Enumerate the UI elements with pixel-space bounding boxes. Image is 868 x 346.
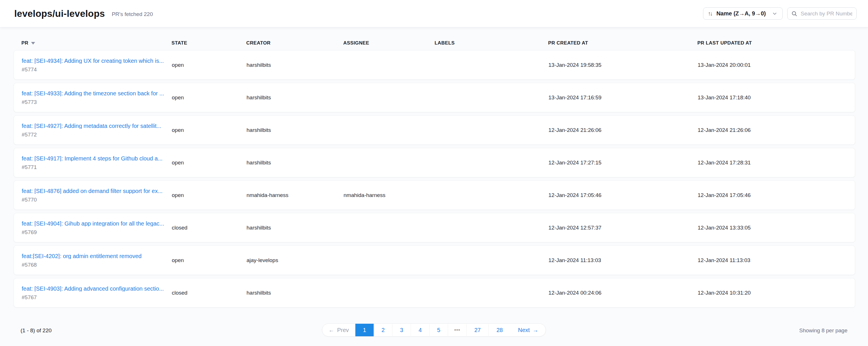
pr-creator: harshilbits: [247, 94, 344, 101]
chevron-down-icon: [772, 11, 777, 16]
pr-creator: harshilbits: [247, 225, 344, 231]
pr-cell: feat: [SEI-4934]: Adding UX for creating…: [22, 58, 172, 72]
column-header-state: STATE: [172, 40, 246, 46]
column-header-labels: LABELS: [435, 40, 548, 46]
pr-row: feat: [SEI-4934]: Adding UX for creating…: [14, 50, 855, 80]
search-container: [787, 7, 857, 20]
pr-state: open: [172, 127, 247, 133]
left-arrow-icon: ←: [329, 327, 334, 334]
pagination: ← Prev 12345•••2728 Next →: [322, 323, 546, 337]
pr-row: feat: [SEI-4917]: Implement 4 steps for …: [14, 148, 855, 177]
pr-title-link[interactable]: feat: [SEI-4934]: Adding UX for creating…: [22, 58, 166, 64]
pr-last-updated-at: 12-Jan-2024 21:26:06: [698, 127, 847, 133]
column-header-created: PR CREATED AT: [548, 40, 698, 46]
pr-row: feat: [SEI-4927]: Adding metadata correc…: [14, 115, 855, 145]
pr-creator: harshilbits: [247, 127, 344, 133]
pr-cell: feat: [SEI-4904]: Gihub app integration …: [22, 221, 172, 235]
pr-row: feat: [SEI-4933]: Adding the timezone se…: [14, 83, 855, 112]
page-button[interactable]: 3: [393, 324, 411, 336]
pr-last-updated-at: 12-Jan-2024 11:13:03: [698, 257, 847, 263]
pr-title-link[interactable]: feat:[SEI-4202]: org admin entitlement r…: [22, 253, 166, 259]
pr-cell: feat: [SEI-4876] added on demand filter …: [22, 188, 172, 202]
pr-state: open: [172, 257, 247, 263]
pr-row: feat: [SEI-4876] added on demand filter …: [14, 180, 855, 210]
pr-cell: feat: [SEI-4933]: Adding the timezone se…: [22, 90, 172, 105]
page-button[interactable]: 5: [430, 324, 448, 336]
pr-title-link[interactable]: feat: [SEI-4917]: Implement 4 steps for …: [22, 155, 166, 161]
page-buttons: 12345•••2728: [355, 324, 511, 336]
search-input[interactable]: [801, 10, 852, 17]
page-button[interactable]: 2: [374, 324, 393, 336]
page-button[interactable]: 28: [489, 324, 511, 336]
pr-last-updated-at: 13-Jan-2024 20:00:01: [698, 62, 847, 68]
pr-state: open: [172, 192, 247, 198]
column-header-creator: CREATOR: [246, 40, 343, 46]
pr-state: closed: [172, 290, 247, 296]
pr-title-link[interactable]: feat: [SEI-4933]: Adding the timezone se…: [22, 90, 166, 96]
pr-creator: nmahida-harness: [247, 192, 344, 198]
page-ellipsis-button[interactable]: •••: [448, 324, 467, 336]
pr-created-at: 12-Jan-2024 12:57:37: [549, 225, 698, 231]
pr-creator: harshilbits: [247, 62, 344, 68]
sort-selected-value: Name (Z→A, 9→0): [716, 10, 766, 17]
pr-created-at: 12-Jan-2024 17:27:15: [549, 160, 698, 166]
pr-cell: feat:[SEI-4202]: org admin entitlement r…: [22, 253, 172, 267]
pr-number: #5767: [22, 295, 172, 300]
column-header-pr[interactable]: PR: [22, 40, 172, 46]
pr-creator: ajay-levelops: [247, 257, 344, 263]
pr-created-at: 12-Jan-2024 21:26:06: [549, 127, 698, 133]
pr-list-content: PR STATE CREATOR ASSIGNEE LABELS PR CREA…: [0, 27, 868, 346]
pr-creator: harshilbits: [247, 160, 344, 166]
pr-state: closed: [172, 225, 247, 231]
pr-last-updated-at: 12-Jan-2024 13:33:05: [698, 225, 847, 231]
pr-row: feat: [SEI-4903]: Adding advanced config…: [14, 278, 855, 308]
pr-title-link[interactable]: feat: [SEI-4927]: Adding metadata correc…: [22, 123, 166, 129]
pr-creator: harshilbits: [247, 290, 344, 296]
sort-dropdown[interactable]: ↑↓ Name (Z→A, 9→0): [703, 7, 783, 20]
pr-number: #5774: [22, 67, 172, 72]
pr-table-body: feat: [SEI-4934]: Adding UX for creating…: [14, 50, 855, 308]
sort-desc-icon: [31, 42, 35, 45]
per-page-label: Showing 8 per page: [799, 327, 847, 334]
pr-row: feat: [SEI-4904]: Gihub app integration …: [14, 213, 855, 242]
pr-state: open: [172, 62, 247, 68]
pr-created-at: 13-Jan-2024 19:58:35: [549, 62, 698, 68]
pr-state: open: [172, 160, 247, 166]
pr-assignee: nmahida-harness: [344, 192, 435, 198]
page-button[interactable]: 27: [467, 324, 489, 336]
pr-created-at: 13-Jan-2024 17:16:59: [549, 94, 698, 101]
pr-fetched-count: PR's fetched 220: [112, 11, 153, 18]
pr-last-updated-at: 13-Jan-2024 17:18:40: [698, 94, 847, 101]
pr-created-at: 12-Jan-2024 17:05:46: [549, 192, 698, 198]
pr-title-link[interactable]: feat: [SEI-4904]: Gihub app integration …: [22, 221, 166, 226]
search-icon: [792, 11, 797, 17]
pr-last-updated-at: 12-Jan-2024 10:31:20: [698, 290, 847, 296]
table-header-row: PR STATE CREATOR ASSIGNEE LABELS PR CREA…: [14, 36, 855, 50]
top-bar: levelops/ui-levelops PR's fetched 220 ↑↓…: [0, 0, 868, 27]
pr-created-at: 12-Jan-2024 11:13:03: [549, 257, 698, 263]
pr-number: #5770: [22, 197, 172, 202]
pr-number: #5768: [22, 262, 172, 267]
pr-cell: feat: [SEI-4927]: Adding metadata correc…: [22, 123, 172, 137]
pr-created-at: 12-Jan-2024 00:24:06: [549, 290, 698, 296]
page-title: levelops/ui-levelops: [14, 8, 105, 19]
page-button[interactable]: 1: [355, 324, 374, 336]
pr-title-link[interactable]: feat: [SEI-4903]: Adding advanced config…: [22, 286, 166, 291]
sort-arrows-icon: ↑↓: [708, 10, 712, 17]
pr-title-link[interactable]: feat: [SEI-4876] added on demand filter …: [22, 188, 166, 194]
table-footer: (1 - 8) of 220 ← Prev 12345•••2728 Next …: [0, 318, 868, 346]
pr-last-updated-at: 12-Jan-2024 17:28:31: [698, 160, 847, 166]
pr-cell: feat: [SEI-4903]: Adding advanced config…: [22, 286, 172, 300]
page-button[interactable]: 4: [411, 324, 430, 336]
column-header-assignee: ASSIGNEE: [343, 40, 435, 46]
top-bar-actions: ↑↓ Name (Z→A, 9→0): [703, 7, 857, 20]
right-arrow-icon: →: [533, 327, 538, 334]
prev-page-button[interactable]: ← Prev: [322, 324, 355, 336]
next-page-button[interactable]: Next →: [511, 324, 546, 336]
pr-last-updated-at: 12-Jan-2024 17:05:46: [698, 192, 847, 198]
pr-number: #5772: [22, 132, 172, 137]
pr-cell: feat: [SEI-4917]: Implement 4 steps for …: [22, 155, 172, 170]
pr-row: feat:[SEI-4202]: org admin entitlement r…: [14, 246, 855, 275]
pr-number: #5771: [22, 165, 172, 170]
pr-number: #5773: [22, 99, 172, 105]
